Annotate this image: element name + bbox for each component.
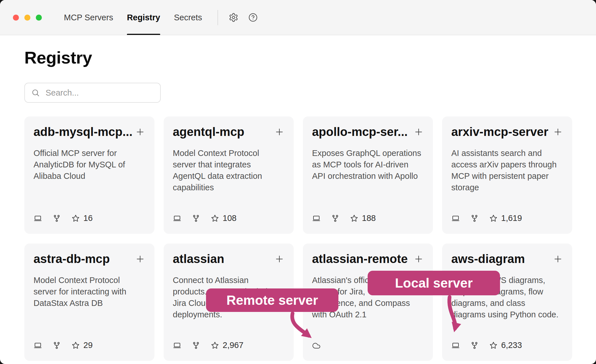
toolbar-tabs: MCP Servers Registry Secrets: [64, 0, 202, 35]
add-server-button[interactable]: [274, 127, 285, 137]
cloud-icon: [312, 341, 321, 350]
card-description: AI assistants search and access arXiv pa…: [451, 147, 561, 193]
laptop-icon: [173, 214, 181, 223]
star-group: 1,619: [489, 213, 522, 223]
tab-secrets[interactable]: Secrets: [174, 0, 202, 35]
star-icon: [71, 341, 80, 350]
server-card-agentql-mcp[interactable]: agentql-mcp Model Context Protocol serve…: [164, 116, 294, 234]
star-count: 1,619: [501, 213, 522, 223]
star-count: 16: [83, 213, 93, 223]
star-group: 29: [71, 341, 93, 350]
card-title: atlassian-remote: [312, 252, 408, 266]
star-group: 6,233: [489, 341, 522, 350]
star-icon: [211, 214, 219, 223]
local-server-arrow: [441, 294, 473, 334]
star-count: 2,967: [223, 341, 244, 350]
zoom-window-button[interactable]: [36, 15, 42, 21]
close-window-button[interactable]: [13, 15, 19, 21]
github-fork-icon: [52, 341, 61, 350]
server-card-adb-mysql-mcp[interactable]: adb-mysql-mcp... Official MCP server for…: [24, 116, 154, 234]
plus-icon: [274, 127, 285, 137]
laptop-icon: [451, 341, 460, 350]
card-title: astra-db-mcp: [34, 252, 110, 266]
card-title: agentql-mcp: [173, 125, 244, 139]
add-server-button[interactable]: [135, 127, 145, 137]
star-icon: [350, 214, 358, 223]
card-footer: 1,619: [451, 213, 563, 223]
traffic-lights: [13, 0, 42, 35]
card-title: apollo-mcp-ser...: [312, 125, 408, 139]
add-server-button[interactable]: [413, 254, 424, 264]
card-footer: 16: [34, 213, 145, 223]
server-card-apollo-mcp-server[interactable]: apollo-mcp-ser... Exposes GraphQL operat…: [303, 116, 433, 234]
card-title: aws-diagram: [451, 252, 525, 266]
search-box[interactable]: [24, 83, 161, 103]
add-server-button[interactable]: [553, 127, 563, 137]
help-icon: [248, 13, 258, 22]
add-server-button[interactable]: [274, 254, 285, 264]
github-fork-icon: [470, 214, 479, 223]
add-server-button[interactable]: [553, 254, 563, 264]
card-title: arxiv-mcp-server: [451, 125, 548, 139]
card-footer: 6,233: [451, 341, 563, 350]
minimize-window-button[interactable]: [24, 15, 30, 21]
local-server-callout: Local server: [368, 271, 500, 295]
star-group: 188: [350, 213, 376, 223]
server-card-arxiv-mcp-server[interactable]: arxiv-mcp-server AI assistants search an…: [442, 116, 572, 234]
github-fork-icon: [470, 341, 479, 350]
star-count: 29: [83, 341, 93, 350]
laptop-icon: [34, 214, 42, 223]
toolbar-actions: [228, 0, 258, 35]
search-icon: [31, 88, 40, 97]
star-icon: [489, 341, 498, 350]
card-description: Exposes GraphQL operations as MCP tools …: [312, 147, 422, 182]
gear-icon: [229, 13, 238, 22]
star-icon: [71, 214, 80, 223]
tab-registry[interactable]: Registry: [127, 0, 160, 35]
add-server-button[interactable]: [135, 254, 145, 264]
star-count: 188: [362, 213, 376, 223]
search-input[interactable]: [45, 88, 154, 98]
plus-icon: [413, 254, 424, 264]
card-description: Official MCP server for AnalyticDB for M…: [34, 147, 144, 182]
app-window: MCP Servers Registry Secrets Registry ad…: [0, 0, 596, 364]
card-description: Model Context Protocol server that integ…: [173, 147, 283, 193]
github-fork-icon: [192, 214, 200, 223]
card-footer: [312, 341, 424, 350]
star-count: 108: [223, 213, 236, 223]
plus-icon: [274, 254, 285, 264]
plus-icon: [553, 254, 563, 264]
card-title: adb-mysql-mcp...: [34, 125, 132, 139]
page-title: Registry: [24, 48, 572, 68]
remote-server-arrow: [282, 310, 322, 341]
titlebar: MCP Servers Registry Secrets: [0, 0, 596, 35]
card-description: Model Context Protocol server for intera…: [34, 274, 144, 309]
plus-icon: [135, 127, 145, 137]
settings-button[interactable]: [228, 12, 239, 23]
laptop-icon: [34, 341, 42, 350]
toolbar-divider: [217, 10, 218, 25]
star-count: 6,233: [501, 341, 522, 350]
star-icon: [211, 341, 219, 350]
github-fork-icon: [192, 341, 200, 350]
laptop-icon: [173, 341, 181, 350]
card-footer: 188: [312, 213, 424, 223]
github-fork-icon: [331, 214, 340, 223]
card-title: atlassian: [173, 252, 224, 266]
github-fork-icon: [52, 214, 61, 223]
server-card-astra-db-mcp[interactable]: astra-db-mcp Model Context Protocol serv…: [24, 244, 154, 361]
card-footer: 29: [34, 341, 145, 350]
card-footer: 2,967: [173, 341, 285, 350]
star-icon: [489, 214, 498, 223]
tab-mcp-servers[interactable]: MCP Servers: [64, 0, 113, 35]
plus-icon: [413, 127, 424, 137]
star-group: 2,967: [211, 341, 244, 350]
remote-server-callout: Remote server: [206, 288, 338, 312]
star-group: 108: [211, 213, 236, 223]
star-group: 16: [71, 213, 93, 223]
laptop-icon: [312, 214, 321, 223]
help-button[interactable]: [248, 12, 258, 23]
plus-icon: [553, 127, 563, 137]
plus-icon: [135, 254, 145, 264]
add-server-button[interactable]: [413, 127, 424, 137]
